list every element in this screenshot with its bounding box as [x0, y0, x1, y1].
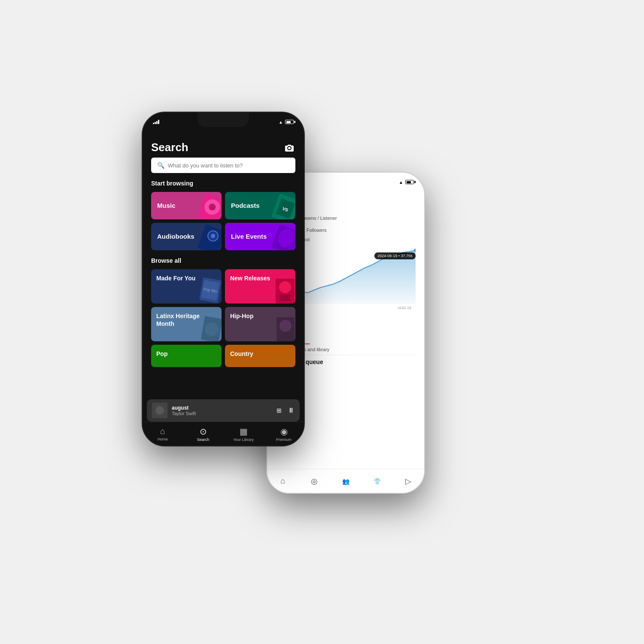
library-nav-label: Your Library: [233, 437, 254, 442]
music-label: Music: [157, 202, 176, 210]
browse-all-label: Browse all: [151, 257, 295, 264]
front-phone-notch: [197, 112, 249, 127]
browse-card-audiobooks[interactable]: Audiobooks: [151, 223, 222, 250]
shirt-icon: 👕: [374, 478, 381, 485]
cat-card-pop[interactable]: Pop: [151, 345, 222, 367]
search-input[interactable]: [168, 162, 289, 169]
search-icon: 🔍: [157, 162, 164, 169]
audiobooks-label: Audiobooks: [157, 233, 194, 240]
nav-search[interactable]: ⊙ Search: [183, 426, 223, 442]
mini-artist: Taylor Swift: [172, 411, 272, 416]
search-page-title: Search: [151, 141, 188, 154]
circle-icon: ◎: [311, 477, 318, 486]
library-nav-icon: ▦: [240, 426, 248, 437]
back-nav-shirt[interactable]: 👕: [361, 478, 393, 485]
back-nav-people[interactable]: 👥: [330, 478, 361, 485]
svg-point-16: [279, 281, 291, 293]
front-signal-icon: [153, 120, 159, 124]
nav-premium[interactable]: ◉ Premium: [264, 426, 304, 442]
browse-card-live[interactable]: Live Events: [225, 223, 295, 250]
nav-home[interactable]: ⌂ Home: [143, 426, 183, 441]
mini-player[interactable]: august Taylor Swift ⊞ ⏸: [147, 399, 300, 422]
spotify-content: Search 🔍 Start browsing: [143, 134, 304, 446]
back-status-icons: ▲: [399, 180, 414, 185]
analytics-bottom-nav: ⌂ ◎ 👥 👕 ▷: [267, 469, 424, 493]
svg-rect-17: [280, 295, 290, 301]
mini-track-info: august Taylor Swift: [172, 405, 272, 416]
camera-icon[interactable]: [283, 142, 295, 154]
svg-point-23: [155, 406, 164, 415]
bottom-cat-row: Pop Country: [151, 345, 295, 367]
browse-card-podcasts[interactable]: Podcasts VS: [225, 192, 295, 219]
people-icon: 👥: [342, 478, 349, 485]
mini-controls: ⊞ ⏸: [276, 407, 295, 414]
live-events-label: Live Events: [231, 233, 267, 240]
podcasts-label: Podcasts: [231, 202, 260, 210]
browse-grid: Music Podcasts: [151, 192, 295, 250]
mini-album-art: [152, 403, 167, 418]
back-wifi-icon: ▲: [399, 180, 403, 185]
home-icon: ⌂: [280, 477, 285, 486]
spotify-phone: ▲ Search 🔍: [142, 112, 305, 447]
chart-tooltip: 2024-08-19 • 37,755: [374, 252, 416, 259]
home-nav-label: Home: [158, 437, 168, 441]
back-nav-video[interactable]: ▷: [393, 477, 424, 486]
premium-nav-label: Premium: [276, 437, 292, 442]
spotify-background: Search 🔍 Start browsing: [143, 134, 304, 446]
cat-card-country[interactable]: Country: [225, 345, 295, 367]
premium-nav-icon: ◉: [280, 426, 288, 437]
live-art: [271, 224, 295, 250]
svg-point-21: [279, 320, 292, 332]
back-nav-home[interactable]: ⌂: [267, 477, 298, 486]
search-header: Search: [143, 134, 304, 158]
cat-card-latinx[interactable]: Latinx Heritage Month: [151, 307, 222, 341]
tab-followers[interactable]: Followers: [307, 226, 327, 234]
cat-card-new-releases[interactable]: New Releases: [225, 269, 295, 304]
browse-card-music[interactable]: Music: [151, 192, 222, 219]
search-nav-icon: ⊙: [200, 426, 207, 437]
devices-icon[interactable]: ⊞: [276, 407, 282, 414]
home-nav-icon: ⌂: [160, 426, 165, 436]
cat-card-hiphop[interactable]: Hip-Hop: [225, 307, 295, 341]
browse-section-label: Start browsing: [151, 180, 295, 187]
category-grid: Made For You Pop Mix New Re: [151, 269, 295, 341]
chart-x-end: AUG 19: [398, 306, 411, 310]
play-icon: ▷: [405, 477, 411, 486]
cat-card-made-for-you[interactable]: Made For You Pop Mix: [151, 269, 222, 304]
spotify-bottom-nav: ⌂ Home ⊙ Search ▦ Your Library ◉ Premium: [143, 422, 304, 446]
front-battery-icon: [285, 120, 294, 124]
audiobooks-art: [197, 224, 222, 250]
search-nav-label: Search: [197, 437, 210, 442]
country-label: Country: [230, 350, 290, 358]
podcasts-art: VS: [271, 193, 295, 219]
music-art: [197, 193, 222, 219]
nav-library[interactable]: ▦ Your Library: [223, 426, 264, 442]
front-wifi-icon: ▲: [279, 120, 283, 125]
search-input-bar[interactable]: 🔍: [151, 158, 295, 173]
back-phone-notch: [320, 173, 371, 187]
pause-icon[interactable]: ⏸: [288, 407, 295, 414]
front-status-icons: ▲: [279, 120, 294, 125]
back-battery-icon: [405, 180, 414, 184]
mini-track-name: august: [172, 405, 272, 411]
back-nav-audio[interactable]: ◎: [298, 477, 330, 486]
pop-label: Pop: [156, 350, 216, 358]
